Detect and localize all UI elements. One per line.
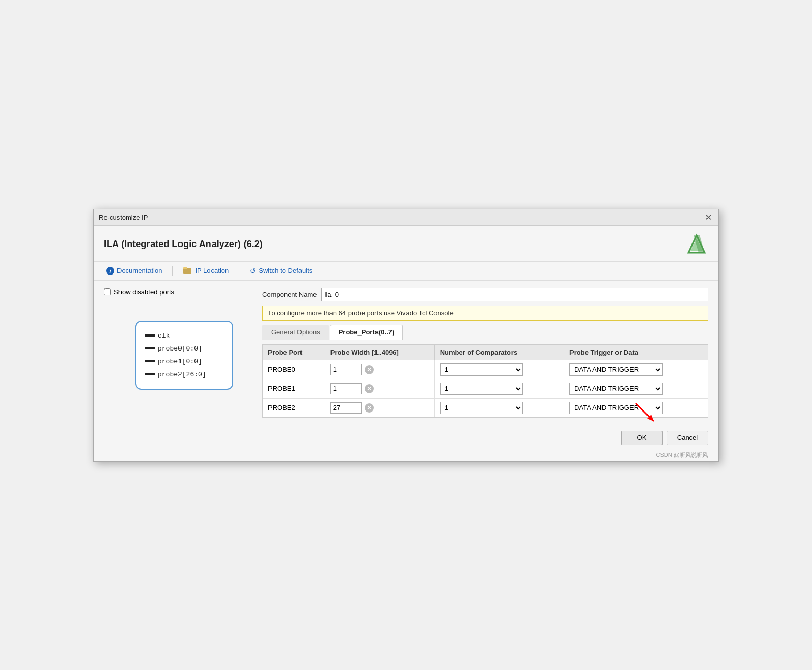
probe-width-cell: ✕ bbox=[325, 398, 434, 417]
arrow-svg bbox=[630, 398, 661, 429]
xilinx-logo bbox=[685, 233, 708, 256]
port-bar-probe2 bbox=[145, 373, 155, 375]
info-banner-text: To configure more than 64 probe ports us… bbox=[268, 309, 454, 317]
probe-port-name: PROBE0 bbox=[263, 360, 325, 379]
trigger-cell-1: DATA AND TRIGGER DATA TRIGGER bbox=[564, 379, 708, 398]
comparators-cell-2: 1 2 3 4 bbox=[434, 398, 564, 417]
tab-general-options-label: General Options bbox=[271, 328, 320, 336]
port-bar-clk bbox=[145, 334, 155, 337]
port-bar-probe1 bbox=[145, 360, 155, 362]
toolbar-separator-1 bbox=[172, 266, 173, 276]
col-header-num-comparators: Number of Comparators bbox=[434, 345, 564, 360]
probe-width-clear-1[interactable]: ✕ bbox=[365, 384, 374, 393]
probe-width-cell: ✕ bbox=[325, 360, 434, 379]
ip-location-label: IP Location bbox=[195, 267, 229, 275]
trigger-select-0[interactable]: DATA AND TRIGGER DATA TRIGGER bbox=[569, 363, 663, 376]
comparators-select-1[interactable]: 1 2 3 4 bbox=[440, 383, 523, 395]
comparators-select-2[interactable]: 1 2 3 4 bbox=[440, 402, 523, 414]
trigger-select-1[interactable]: DATA AND TRIGGER DATA TRIGGER bbox=[569, 383, 663, 395]
main-content: Show disabled ports clk probe0[0:0] prob… bbox=[94, 281, 718, 425]
window-title: Re-customize IP bbox=[99, 214, 148, 221]
toolbar-separator-2 bbox=[239, 266, 239, 276]
probe-port-name: PROBE2 bbox=[263, 398, 325, 417]
probe-width-input-2[interactable] bbox=[330, 402, 362, 414]
watermark: CSDN @听风说听风 bbox=[94, 450, 718, 461]
comparators-cell-0: 1 2 3 4 bbox=[434, 360, 564, 379]
show-disabled-ports-checkbox[interactable] bbox=[104, 288, 111, 295]
close-button[interactable]: ✕ bbox=[703, 212, 713, 222]
dialog-header: ILA (Integrated Logic Analyzer) (6.2) bbox=[94, 226, 718, 262]
col-header-probe-trigger: Probe Trigger or Data bbox=[564, 345, 708, 360]
tab-probe-ports-label: Probe_Ports(0..7) bbox=[339, 328, 395, 336]
watermark-text: CSDN @听风说听风 bbox=[656, 452, 708, 458]
comparators-cell-1: 1 2 3 4 bbox=[434, 379, 564, 398]
tab-general-options[interactable]: General Options bbox=[262, 325, 329, 340]
cancel-button[interactable]: Cancel bbox=[667, 431, 708, 445]
refresh-icon: ↺ bbox=[250, 267, 256, 275]
info-icon: i bbox=[106, 267, 114, 275]
switch-defaults-label: Switch to Defaults bbox=[259, 267, 312, 275]
probe-width-input-1[interactable] bbox=[330, 383, 362, 394]
port-row-probe1: probe1[0:0] bbox=[145, 358, 223, 366]
svg-rect-4 bbox=[183, 267, 187, 269]
table-row: PROBE0 ✕ 1 2 bbox=[263, 360, 708, 379]
tabs-row: General Options Probe_Ports(0..7) bbox=[262, 325, 708, 340]
col-header-probe-width: Probe Width [1..4096] bbox=[325, 345, 434, 360]
table-row: PROBE1 ✕ 1 2 bbox=[263, 379, 708, 398]
info-banner: To configure more than 64 probe ports us… bbox=[262, 306, 708, 321]
title-bar: Re-customize IP ✕ bbox=[94, 209, 718, 226]
show-disabled-ports-label: Show disabled ports bbox=[114, 288, 174, 296]
left-panel: Show disabled ports clk probe0[0:0] prob… bbox=[104, 288, 254, 418]
comparators-select-0[interactable]: 1 2 3 4 bbox=[440, 363, 523, 376]
dialog-footer: OK Cancel bbox=[94, 425, 718, 450]
probe-width-cell: ✕ bbox=[325, 379, 434, 398]
ip-location-button[interactable]: IP Location bbox=[181, 266, 231, 276]
trigger-cell-0: DATA AND TRIGGER DATA TRIGGER bbox=[564, 360, 708, 379]
main-dialog: Re-customize IP ✕ ILA (Integrated Logic … bbox=[93, 209, 719, 462]
dialog-title: ILA (Integrated Logic Analyzer) (6.2) bbox=[104, 239, 263, 250]
port-label-probe2: probe2[26:0] bbox=[158, 371, 206, 378]
documentation-button[interactable]: i Documentation bbox=[104, 266, 164, 276]
component-name-input[interactable] bbox=[321, 288, 709, 301]
port-label-probe1: probe1[0:0] bbox=[158, 358, 202, 366]
tab-probe-ports[interactable]: Probe_Ports(0..7) bbox=[330, 325, 403, 340]
port-bar-probe0 bbox=[145, 347, 155, 349]
port-label-clk: clk bbox=[158, 332, 170, 340]
arrow-indicator bbox=[630, 398, 661, 431]
probe-width-input-0[interactable] bbox=[330, 364, 362, 375]
documentation-label: Documentation bbox=[117, 267, 162, 275]
port-row-probe2: probe2[26:0] bbox=[145, 371, 223, 378]
ok-button[interactable]: OK bbox=[621, 431, 663, 445]
port-row-clk: clk bbox=[145, 332, 223, 340]
component-name-label: Component Name bbox=[262, 291, 317, 298]
port-row-probe0: probe0[0:0] bbox=[145, 345, 223, 353]
file-icon bbox=[183, 267, 192, 275]
toolbar: i Documentation IP Location ↺ Switch to … bbox=[94, 262, 718, 281]
component-box: clk probe0[0:0] probe1[0:0] probe2[26:0] bbox=[135, 321, 233, 390]
port-label-probe0: probe0[0:0] bbox=[158, 345, 202, 353]
probe-port-name: PROBE1 bbox=[263, 379, 325, 398]
switch-defaults-button[interactable]: ↺ Switch to Defaults bbox=[248, 266, 314, 276]
table-header-row: Probe Port Probe Width [1..4096] Number … bbox=[263, 345, 708, 360]
probe-width-clear-0[interactable]: ✕ bbox=[365, 365, 374, 374]
show-disabled-ports-row: Show disabled ports bbox=[104, 288, 254, 296]
col-header-probe-port: Probe Port bbox=[263, 345, 325, 360]
component-name-row: Component Name bbox=[262, 288, 708, 301]
probe-width-clear-2[interactable]: ✕ bbox=[365, 403, 374, 413]
